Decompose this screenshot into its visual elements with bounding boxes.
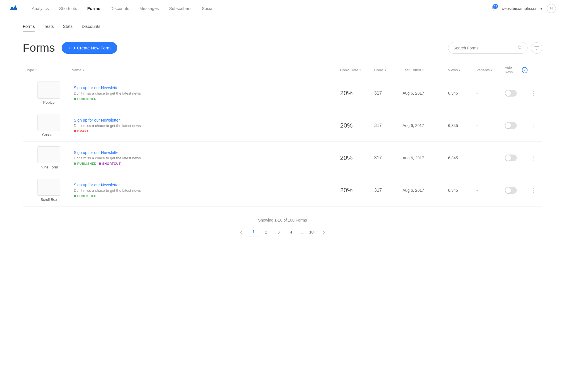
col-name-chevron: ▾ <box>83 68 84 72</box>
nav-subscribers[interactable]: Subscribers <box>169 5 191 12</box>
nav-discounts[interactable]: Discounts <box>110 5 129 12</box>
badge-draft: DRAFT <box>74 130 89 133</box>
col-conv-rate-chevron: ▾ <box>359 68 361 72</box>
form-last-edited: Aug 6, 2017 <box>403 91 448 95</box>
form-info-cell: Sign up for our Newsletter Don't miss a … <box>72 183 340 198</box>
page-next-button[interactable]: › <box>319 227 329 237</box>
more-options-button[interactable]: ⋮ <box>528 155 539 161</box>
col-views[interactable]: Views ▾ <box>448 68 476 72</box>
form-variants: - <box>476 123 505 128</box>
account-button[interactable]: websiteexample.com ▾ <box>501 6 542 11</box>
create-new-form-button[interactable]: + + Create New Form <box>62 42 117 54</box>
auto-resp-check-icon[interactable]: ✓ <box>522 67 528 73</box>
form-badges: PUBLISHED <box>74 97 340 101</box>
avatar[interactable] <box>547 4 556 13</box>
page-prev-button[interactable]: ‹ <box>236 227 246 237</box>
plus-icon: + <box>68 45 71 50</box>
form-conv: 317 <box>374 91 403 96</box>
main-nav: Analytics Shortcuts Forms Discounts Mess… <box>32 5 491 12</box>
form-info-cell: Sign up for our Newsletter Don't miss a … <box>72 118 340 133</box>
form-info-cell: Sign up for our Newsletter Don't miss a … <box>72 150 340 165</box>
tab-tests[interactable]: Tests <box>44 22 54 32</box>
col-auto-resp[interactable]: Auto Resp. ✓ <box>505 66 528 74</box>
sub-tabs-bar: Forms Tests Stats Discounts <box>0 17 565 32</box>
col-conv-chevron: ▾ <box>385 68 386 72</box>
logo[interactable] <box>9 4 18 13</box>
form-desc: Don't miss a chace to get the latest new… <box>74 124 340 128</box>
form-conv: 317 <box>374 123 403 128</box>
form-type-cell: Cassino <box>26 114 72 137</box>
form-name-link[interactable]: Sign up for our Newsletter <box>74 183 120 187</box>
nav-shortcuts[interactable]: Shortcuts <box>59 5 77 12</box>
form-thumbnail[interactable] <box>37 146 60 163</box>
col-name[interactable]: Name ▾ <box>72 68 340 72</box>
form-views: 6,345 <box>448 91 476 95</box>
filter-button[interactable] <box>531 42 542 54</box>
table-row: Inline Form Sign up for our Newsletter D… <box>23 142 542 174</box>
toggle[interactable] <box>505 122 517 129</box>
form-auto-resp-toggle[interactable] <box>505 187 528 194</box>
form-conv-rate: 20% <box>340 187 374 194</box>
form-type-cell: Scroll Box <box>26 179 72 202</box>
badge-published: PUBLISHED <box>74 97 97 101</box>
col-views-label: Views <box>448 68 458 72</box>
form-badges: PUBLISHEDSHORTCUT <box>74 162 340 165</box>
form-name-link[interactable]: Sign up for our Newsletter <box>74 86 120 90</box>
create-btn-label: + Create New Form <box>73 45 110 50</box>
form-views: 6,345 <box>448 188 476 193</box>
form-auto-resp-toggle[interactable] <box>505 155 528 161</box>
nav-right: 12 websiteexample.com ▾ <box>491 4 556 13</box>
col-last-edited[interactable]: Last Edited ▾ <box>403 68 448 72</box>
col-conv[interactable]: Conv. ▾ <box>374 68 403 72</box>
form-type-label: Inline Form <box>39 165 58 169</box>
form-conv-rate: 20% <box>340 122 374 129</box>
badge-published: PUBLISHED <box>74 162 97 165</box>
form-thumbnail[interactable] <box>37 179 60 196</box>
col-last-edited-label: Last Edited <box>403 68 421 72</box>
form-views: 6,345 <box>448 156 476 160</box>
col-type[interactable]: Type ▾ <box>26 68 72 72</box>
page-1-button[interactable]: 1 <box>248 227 259 237</box>
tab-stats[interactable]: Stats <box>63 22 73 32</box>
forms-header: Forms + + Create New Form <box>23 41 542 54</box>
nav-analytics[interactable]: Analytics <box>32 5 49 12</box>
form-name-link[interactable]: Sign up for our Newsletter <box>74 118 120 122</box>
form-thumbnail[interactable] <box>37 82 60 99</box>
form-last-edited: Aug 6, 2017 <box>403 156 448 160</box>
search-icon <box>518 45 522 51</box>
toggle[interactable] <box>505 155 517 161</box>
toggle[interactable] <box>505 187 517 194</box>
col-conv-label: Conv. <box>374 68 384 72</box>
toggle[interactable] <box>505 90 517 97</box>
form-conv-rate: 20% <box>340 154 374 162</box>
col-last-edited-chevron: ▾ <box>422 68 424 72</box>
tab-discounts[interactable]: Discounts <box>82 22 101 32</box>
more-options-button[interactable]: ⋮ <box>528 90 539 97</box>
col-auto-resp-label: Auto Resp. <box>505 66 520 74</box>
page-4-button[interactable]: 4 <box>286 227 296 237</box>
form-auto-resp-toggle[interactable] <box>505 122 528 129</box>
page-3-button[interactable]: 3 <box>273 227 284 237</box>
notifications-button[interactable]: 12 <box>491 5 497 12</box>
tab-forms[interactable]: Forms <box>23 22 35 32</box>
nav-messages[interactable]: Messages <box>139 5 159 12</box>
nav-forms[interactable]: Forms <box>87 5 100 12</box>
table-row: Cassino Sign up for our Newsletter Don't… <box>23 109 542 142</box>
nav-social[interactable]: Social <box>202 5 214 12</box>
form-desc: Don't miss a chace to get the latest new… <box>74 91 340 95</box>
col-conv-rate[interactable]: Conv. Rate ▾ <box>340 68 374 72</box>
form-conv: 317 <box>374 155 403 160</box>
form-thumbnail[interactable] <box>37 114 60 131</box>
page-10-button[interactable]: 10 <box>306 227 317 237</box>
search-box <box>448 42 528 54</box>
col-variants[interactable]: Variants ▾ <box>476 68 505 72</box>
page-2-button[interactable]: 2 <box>261 227 271 237</box>
col-type-chevron: ▾ <box>35 68 37 72</box>
search-input[interactable] <box>453 46 515 50</box>
form-auto-resp-toggle[interactable] <box>505 90 528 97</box>
form-last-edited: Aug 6, 2017 <box>403 188 448 193</box>
form-type-cell: Inline Form <box>26 146 72 169</box>
more-options-button[interactable]: ⋮ <box>528 187 539 194</box>
more-options-button[interactable]: ⋮ <box>528 122 539 129</box>
form-name-link[interactable]: Sign up for our Newsletter <box>74 150 120 155</box>
